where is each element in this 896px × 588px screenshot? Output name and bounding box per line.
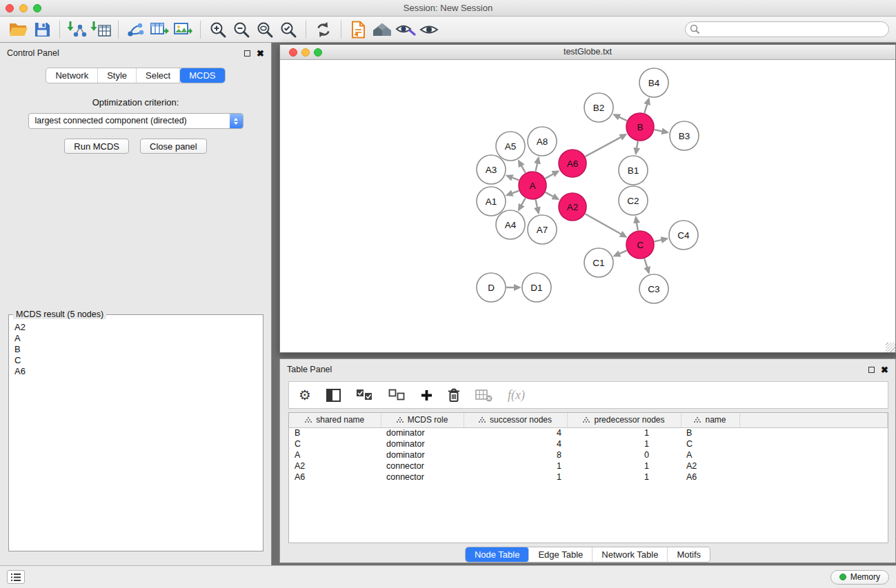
list-item[interactable]: B (14, 344, 257, 355)
graph-node-D1[interactable]: D1 (522, 273, 551, 302)
graph-edge-A2-C[interactable] (585, 214, 626, 236)
graph-node-A1[interactable]: A1 (477, 187, 506, 216)
home-icon[interactable] (370, 19, 394, 41)
float-panel-icon[interactable] (244, 50, 250, 57)
graph-edge-B-B2[interactable] (615, 115, 627, 121)
delete-column-icon[interactable] (448, 388, 460, 402)
column-header-shared-name[interactable]: shared name (289, 413, 381, 427)
list-item[interactable]: A2 (14, 322, 257, 333)
close-table-panel-icon[interactable]: ✖ (881, 365, 888, 374)
tab-select[interactable]: Select (137, 68, 180, 83)
zoom-out-icon[interactable] (230, 19, 253, 41)
open-session-icon[interactable] (7, 19, 30, 41)
import-table-icon[interactable] (89, 19, 112, 41)
tab-network[interactable]: Network (46, 68, 98, 83)
tab-style[interactable]: Style (98, 68, 137, 83)
graph-node-A[interactable]: A (519, 172, 546, 199)
graph-node-C[interactable]: C (626, 231, 654, 258)
zoom-selected-icon[interactable] (277, 19, 300, 41)
table-row[interactable]: Cdominator 41 C (289, 438, 888, 449)
vizmap-eye-icon[interactable] (394, 19, 417, 41)
tab-edge-table[interactable]: Edge Table (529, 547, 593, 562)
graph-edge-A-A6[interactable] (545, 172, 558, 179)
refresh-icon[interactable] (312, 19, 335, 41)
add-column-icon[interactable] (421, 389, 432, 401)
table-header-row: shared name MCDS role successor nodes pr… (289, 413, 888, 427)
list-item[interactable]: A (14, 333, 257, 344)
zoom-fit-icon[interactable] (253, 19, 277, 41)
graph-node-A2[interactable]: A2 (559, 193, 586, 221)
graph-node-B3[interactable]: B3 (670, 121, 699, 150)
table-row[interactable]: A2connector 11 A2 (289, 460, 888, 472)
tab-mcds[interactable]: MCDS (180, 68, 224, 83)
graph-edge-A-A5[interactable] (519, 161, 525, 173)
graph-edge-A-A3[interactable] (507, 176, 519, 181)
graph-edge-A-A8[interactable] (535, 158, 538, 171)
graph-edge-B-B1[interactable] (636, 141, 638, 154)
table-row[interactable]: Bdominator 41 B (289, 427, 888, 438)
task-history-icon[interactable] (7, 570, 25, 584)
search-input[interactable] (685, 21, 889, 37)
tab-node-table[interactable]: Node Table (466, 547, 530, 562)
graph-node-A8[interactable]: A8 (528, 127, 557, 156)
close-panel-button[interactable]: Close panel (140, 139, 207, 154)
graph-node-C4[interactable]: C4 (669, 221, 698, 250)
graph-node-B[interactable]: B (626, 113, 654, 141)
graph-edge-C-C4[interactable] (654, 239, 666, 241)
table-row[interactable]: Adominator 80 A (289, 449, 888, 460)
graph-edge-B-B3[interactable] (655, 130, 668, 132)
zoom-in-icon[interactable] (206, 19, 230, 41)
graph-node-A6[interactable]: A6 (559, 150, 586, 177)
column-header-name[interactable]: name (681, 413, 739, 427)
table-row[interactable]: A6connector 11 A6 (289, 472, 888, 483)
column-header-successor-nodes[interactable]: successor nodes (464, 413, 567, 427)
graph-node-B4[interactable]: B4 (639, 68, 668, 97)
manual-document-icon[interactable] (347, 19, 370, 41)
graph-node-A7[interactable]: A7 (528, 215, 557, 244)
deselect-all-columns-icon[interactable] (388, 389, 406, 401)
gear-icon[interactable]: ⚙ (299, 388, 311, 402)
tab-network-table[interactable]: Network Table (593, 547, 668, 562)
column-header-mcds-role[interactable]: MCDS role (381, 413, 464, 427)
float-table-panel-icon[interactable] (868, 367, 875, 373)
graph-node-B2[interactable]: B2 (584, 93, 613, 122)
network-canvas[interactable]: B4B2BB3A8A5A6A3B1AA1C2A2A4A7C4CC1C3DD1 (280, 60, 895, 352)
criterion-dropdown[interactable]: largest connected component (directed) (28, 113, 243, 129)
graph-edge-A-A4[interactable] (519, 198, 525, 210)
column-header-predecessor-nodes[interactable]: predecessor nodes (567, 413, 681, 427)
graph-node-C2[interactable]: C2 (619, 186, 648, 215)
delete-table-icon[interactable] (475, 389, 492, 402)
eye-icon[interactable] (417, 19, 441, 41)
graph-edge-C-C1[interactable] (615, 250, 627, 256)
close-panel-icon[interactable]: ✖ (257, 49, 264, 58)
table-panel-tabbar: Node Table Edge Table Network Table Moti… (280, 547, 895, 562)
graph-edge-C-C2[interactable] (636, 218, 638, 231)
run-mcds-button[interactable]: Run MCDS (64, 139, 129, 154)
graph-edge-A-A2[interactable] (546, 192, 558, 199)
column-settings-icon[interactable] (326, 389, 341, 402)
select-all-columns-icon[interactable] (356, 389, 373, 401)
graph-edge-A-A7[interactable] (535, 200, 538, 213)
list-item[interactable]: A6 (14, 366, 257, 377)
graph-node-C3[interactable]: C3 (639, 274, 668, 303)
graph-node-C1[interactable]: C1 (584, 248, 613, 277)
memory-button[interactable]: Memory (830, 570, 889, 585)
graph-node-A5[interactable]: A5 (496, 132, 525, 161)
graph-node-A3[interactable]: A3 (477, 155, 506, 184)
export-image-icon[interactable] (171, 19, 195, 41)
new-network-from-selection-icon[interactable] (124, 19, 148, 41)
tab-motifs[interactable]: Motifs (668, 547, 710, 562)
graph-edge-A6-B[interactable] (585, 134, 625, 156)
graph-edge-C-C3[interactable] (644, 258, 648, 272)
window-resize-grip[interactable] (886, 343, 895, 352)
graph-node-A4[interactable]: A4 (496, 210, 525, 239)
graph-node-D[interactable]: D (477, 273, 506, 302)
function-builder-icon[interactable]: f(x) (508, 388, 525, 403)
graph-edge-A-A1[interactable] (507, 191, 519, 196)
list-item[interactable]: C (14, 355, 257, 366)
save-session-icon[interactable] (30, 19, 54, 41)
graph-edge-B-B4[interactable] (644, 99, 648, 113)
export-table-icon[interactable] (148, 19, 171, 41)
import-network-icon[interactable] (66, 19, 89, 41)
graph-node-B1[interactable]: B1 (619, 156, 648, 185)
